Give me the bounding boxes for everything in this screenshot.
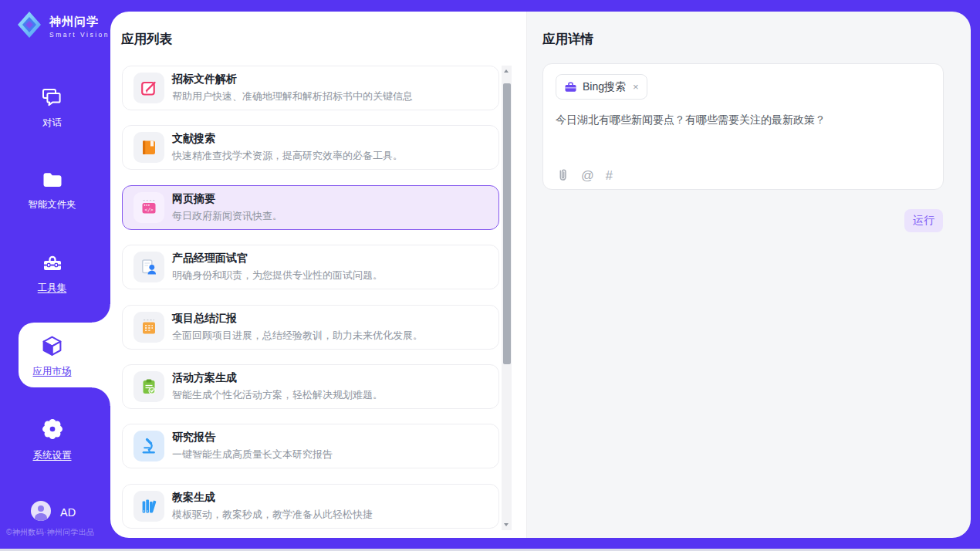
app-card[interactable]: 招标文件解析 帮助用户快速、准确地理解和解析招标书中的关键信息 (122, 66, 499, 110)
sidebar-item-toolset[interactable]: 工具集 (0, 253, 104, 295)
plan-icon (133, 371, 164, 402)
prompt-input-card[interactable]: Bing搜索 × 今日湖北有哪些新闻要点？有哪些需要关注的最新政策？ @ # (542, 63, 944, 190)
app-card-desc: 智能生成个性化活动方案，轻松解决规划难题。 (172, 388, 383, 402)
app-card-desc: 每日政府新闻资讯快查。 (172, 209, 282, 223)
app-list: 招标文件解析 帮助用户快速、准确地理解和解析招标书中的关键信息 文献搜索 快速精… (122, 66, 499, 538)
sidebar-item-smart-folder[interactable]: 智能文件夹 (0, 170, 104, 211)
scrollbar-up-arrow-icon[interactable] (504, 69, 509, 73)
avatar (31, 501, 51, 524)
scrollbar-thumb[interactable] (503, 83, 511, 364)
paperclip-icon[interactable] (556, 167, 569, 182)
app-card[interactable]: 教案生成 模板驱动，教案秒成，教学准备从此轻松快捷 (122, 484, 499, 529)
sidebar: 神州问学 Smart Vision 对话 智能文件夹 (0, 0, 110, 551)
gear-icon (41, 417, 64, 441)
app-card-name: 教案生成 (172, 491, 373, 505)
question-text[interactable]: 今日湖北有哪些新闻要点？有哪些需要关注的最新政策？ (556, 112, 931, 127)
app-card[interactable]: 文献搜索 快速精准查找学术资源，提高研究效率的必备工具。 (122, 125, 499, 170)
summary-icon (133, 312, 164, 343)
interviewer-icon (133, 252, 164, 282)
app-list-title: 应用列表 (121, 31, 172, 48)
briefcase-icon (564, 81, 577, 93)
main-content: 应用列表 招标文件解析 帮助用户快速、准确地理解和解析招标书中的关键信息 文献搜… (110, 12, 971, 538)
research-icon (133, 431, 164, 461)
app-card[interactable]: 研究报告 一键智能生成高质量长文本研究报告 (122, 424, 499, 468)
app-card[interactable]: 产品经理面试官 明确身份和职责，为您提供专业性的面试问题。 (122, 245, 499, 289)
app-card-name: 文献搜索 (172, 132, 403, 146)
sidebar-footer: ©神州数码·神州问学出品 (6, 527, 106, 538)
chat-icon (41, 86, 64, 108)
literature-icon (133, 132, 164, 163)
sidebar-item-label: 系统设置 (0, 449, 104, 462)
app-card[interactable]: 项目总结汇报 全面回顾项目进展，总结经验教训，助力未来优化发展。 (122, 305, 499, 350)
app-card[interactable]: </> 网页摘要 每日政府新闻资讯快查。 (122, 185, 499, 230)
composer-toolbar: @ # (556, 167, 613, 182)
app-list-panel: 应用列表 招标文件解析 帮助用户快速、准确地理解和解析招标书中的关键信息 文献搜… (110, 12, 526, 538)
webpage-icon: </> (133, 192, 164, 223)
mention-icon[interactable]: @ (581, 168, 594, 182)
app-card-desc: 模板驱动，教案秒成，教学准备从此轻松快捷 (172, 508, 373, 522)
svg-text:</>: </> (144, 206, 153, 211)
topic-icon[interactable]: # (606, 168, 613, 182)
brand: 神州问学 Smart Vision (14, 8, 110, 44)
tool-tag-bing-search[interactable]: Bing搜索 × (556, 74, 647, 100)
app-card-desc: 一键智能生成高质量长文本研究报告 (172, 448, 333, 461)
scrollbar-down-arrow-icon[interactable] (504, 523, 509, 526)
app-card-name: 产品经理面试官 (172, 252, 383, 265)
app-card-desc: 帮助用户快速、准确地理解和解析招标书中的关键信息 (172, 90, 413, 103)
app-card-name: 活动方案生成 (172, 371, 383, 385)
lesson-icon (133, 491, 164, 522)
app-card-name: 网页摘要 (172, 192, 282, 206)
folder-icon (41, 170, 64, 190)
app-card-name: 研究报告 (172, 431, 333, 445)
sidebar-item-label: 应用市场 (0, 365, 104, 378)
app-card-desc: 明确身份和职责，为您提供专业性的面试问题。 (172, 269, 383, 282)
brand-name: 神州问学 (49, 15, 110, 29)
scrollbar[interactable] (502, 66, 512, 530)
tender-doc-icon (133, 73, 164, 103)
sidebar-item-label: 工具集 (0, 282, 104, 295)
app-card-desc: 全面回顾项目进展，总结经验教训，助力未来优化发展。 (172, 329, 423, 343)
user-initials: AD (60, 506, 76, 519)
app-detail-title: 应用详情 (542, 31, 593, 48)
app-detail-panel: 应用详情 Bing搜索 × 今日湖北有哪些新闻要点？有哪些需要关注的最新政策？ (526, 12, 971, 538)
app-card-name: 项目总结汇报 (172, 312, 423, 326)
cube-icon (41, 334, 63, 357)
sidebar-item-label: 智能文件夹 (0, 198, 104, 211)
user-account[interactable]: AD (31, 501, 76, 524)
brand-tagline: Smart Vision (49, 31, 110, 39)
app-card[interactable]: 活动方案生成 智能生成个性化活动方案，轻松解决规划难题。 (122, 364, 499, 409)
sidebar-item-settings[interactable]: 系统设置 (0, 417, 104, 462)
toolbox-icon (41, 253, 64, 273)
sidebar-item-label: 对话 (0, 117, 104, 130)
close-icon[interactable]: × (633, 81, 639, 93)
sidebar-item-app-market[interactable]: 应用市场 (0, 334, 104, 378)
app-card-desc: 快速精准查找学术资源，提高研究效率的必备工具。 (172, 149, 403, 163)
tool-tag-label: Bing搜索 (583, 80, 626, 94)
app-card-name: 招标文件解析 (172, 73, 413, 86)
sidebar-item-chat[interactable]: 对话 (0, 86, 104, 130)
run-button[interactable]: 运行 (904, 209, 943, 232)
brand-logo-icon (14, 8, 45, 44)
